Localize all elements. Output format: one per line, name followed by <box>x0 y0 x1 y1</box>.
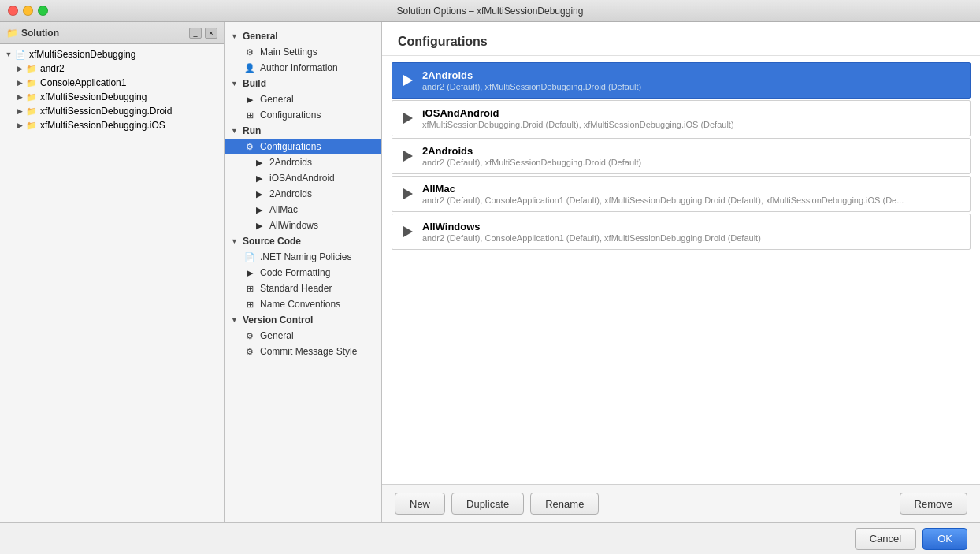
tree-item-xf[interactable]: ▶ 📁 xfMultiSessionDebugging <box>0 90 224 104</box>
config-item-allmac[interactable]: AllMac andr2 (Default), ConsoleApplicati… <box>392 176 971 212</box>
opt-allmac-sub[interactable]: ▶ AllMac <box>225 202 381 218</box>
tree-item-solution[interactable]: ▼ 📄 xfMultiSessionDebugging <box>0 47 224 61</box>
content-footer: New Duplicate Rename Remove <box>382 484 980 522</box>
config-item-allwindows[interactable]: AllWindows andr2 (Default), ConsoleAppli… <box>392 214 971 250</box>
main-container: 📁 Solution _ × ▼ 📄 xfMultiSessionDebuggi… <box>0 22 980 522</box>
footer-left: New Duplicate Rename <box>395 493 900 515</box>
opt-vc-general[interactable]: ⚙ General <box>225 328 381 344</box>
opt-author-label: Author Information <box>260 62 338 73</box>
remove-button[interactable]: Remove <box>900 493 967 515</box>
arrow-icon-allmac: ▶ <box>253 204 265 215</box>
gear-icon-main: ⚙ <box>243 46 256 58</box>
solution-tree: ▼ 📄 xfMultiSessionDebugging ▶ 📁 andr2 ▶ … <box>0 44 224 522</box>
config-item-2androids[interactable]: 2Androids andr2 (Default), xfMultiSessio… <box>392 62 971 99</box>
source-code-arrow-icon: ▼ <box>231 237 239 245</box>
grid-icon-header: ⊞ <box>243 283 256 294</box>
opt-standard-header-label: Standard Header <box>260 283 332 294</box>
panel-close-button[interactable]: × <box>205 28 217 39</box>
minimize-button[interactable] <box>23 6 33 16</box>
title-bar: Solution Options – xfMultiSessionDebuggi… <box>0 0 980 22</box>
config-item-2androids2[interactable]: 2Androids andr2 (Default), xfMultiSessio… <box>392 138 971 174</box>
options-panel: ▼ General ⚙ Main Settings 👤 Author Infor… <box>225 22 980 522</box>
solution-header: 📁 Solution _ × <box>0 22 224 44</box>
opt-commit-message[interactable]: ⚙ Commit Message Style <box>225 344 381 359</box>
opt-code-formatting[interactable]: ▶ Code Formatting <box>225 265 381 281</box>
section-run[interactable]: ▼ Run <box>225 123 381 139</box>
gear-icon-commit: ⚙ <box>243 346 256 357</box>
content-area: Configurations 2Androids andr2 (Default)… <box>382 22 980 522</box>
opt-allwindows-sub[interactable]: ▶ AllWindows <box>225 218 381 233</box>
folder-icon-droid: 📁 <box>25 106 38 117</box>
ok-button[interactable]: OK <box>922 528 967 550</box>
opt-allwindows-sub-label: AllWindows <box>269 220 318 231</box>
opt-standard-header[interactable]: ⊞ Standard Header <box>225 281 381 296</box>
doc-icon-naming: 📄 <box>243 251 256 262</box>
config-info-2androids: 2Androids andr2 (Default), xfMultiSessio… <box>422 69 960 91</box>
section-source-code[interactable]: ▼ Source Code <box>225 233 381 249</box>
opt-build-configurations[interactable]: ⊞ Configurations <box>225 107 381 123</box>
opt-name-conventions[interactable]: ⊞ Name Conventions <box>225 296 381 312</box>
section-build[interactable]: ▼ Build <box>225 76 381 91</box>
opt-dotnet-naming[interactable]: 📄 .NET Naming Policies <box>225 249 381 265</box>
tree-label-droid: xfMultiSessionDebugging.Droid <box>40 106 172 117</box>
play-icon-2androids2 <box>402 150 414 162</box>
tree-arrow-console: ▶ <box>14 77 25 88</box>
folder-icon-ios: 📁 <box>25 120 38 131</box>
content-title: Configurations <box>382 22 980 56</box>
arrow-icon-2and: ▶ <box>253 157 265 168</box>
play-icon-ios <box>402 112 414 125</box>
close-button[interactable] <box>8 6 18 16</box>
opt-iosandandroid-sub[interactable]: ▶ iOSAndAndroid <box>225 170 381 186</box>
opt-main-settings[interactable]: ⚙ Main Settings <box>225 44 381 60</box>
opt-2androids2-sub-label: 2Androids <box>269 188 312 199</box>
tree-item-droid[interactable]: ▶ 📁 xfMultiSessionDebugging.Droid <box>0 104 224 118</box>
rename-button[interactable]: Rename <box>530 493 599 515</box>
arrow-icon-build: ▶ <box>243 94 256 105</box>
solution-panel: 📁 Solution _ × ▼ 📄 xfMultiSessionDebuggi… <box>0 22 225 522</box>
opt-code-formatting-label: Code Formatting <box>260 267 330 278</box>
options-tree: ▼ General ⚙ Main Settings 👤 Author Infor… <box>225 22 382 522</box>
grid-icon-build-config: ⊞ <box>243 110 256 121</box>
opt-main-settings-label: Main Settings <box>260 46 317 58</box>
vc-arrow-icon: ▼ <box>231 316 239 324</box>
new-button[interactable]: New <box>395 493 445 515</box>
opt-build-general[interactable]: ▶ General <box>225 91 381 107</box>
config-name-allmac: AllMac <box>422 183 960 195</box>
section-version-control[interactable]: ▼ Version Control <box>225 312 381 328</box>
window-title: Solution Options – xfMultiSessionDebuggi… <box>397 6 584 17</box>
config-info-2androids2: 2Androids andr2 (Default), xfMultiSessio… <box>422 145 960 167</box>
opt-build-general-label: General <box>260 94 294 105</box>
opt-author-information[interactable]: 👤 Author Information <box>225 60 381 76</box>
play-icon-allmac <box>402 188 414 200</box>
opt-dotnet-naming-label: .NET Naming Policies <box>260 251 351 262</box>
duplicate-button[interactable]: Duplicate <box>451 493 524 515</box>
config-desc-ios: xfMultiSessionDebugging.Droid (Default),… <box>422 120 960 129</box>
solution-icon: 📁 <box>6 28 18 39</box>
opt-commit-message-label: Commit Message Style <box>260 346 357 357</box>
play-icon-2androids <box>402 74 414 87</box>
tree-arrow-xf: ▶ <box>14 91 25 102</box>
opt-2androids2-sub[interactable]: ▶ 2Androids <box>225 186 381 202</box>
opt-2androids-sub[interactable]: ▶ 2Androids <box>225 154 381 170</box>
opt-run-config-label: Configurations <box>260 141 321 152</box>
arrow-icon-ios: ▶ <box>253 173 265 184</box>
tree-item-andr2[interactable]: ▶ 📁 andr2 <box>0 61 224 76</box>
maximize-button[interactable] <box>38 6 48 16</box>
section-general[interactable]: ▼ General <box>225 28 381 44</box>
arrow-icon-2and2: ▶ <box>253 188 265 199</box>
section-general-label: General <box>243 31 278 42</box>
tree-item-ios[interactable]: ▶ 📁 xfMultiSessionDebugging.iOS <box>0 118 224 132</box>
section-vc-label: Version Control <box>243 314 313 325</box>
tree-label-console: ConsoleApplication1 <box>40 77 126 88</box>
opt-run-configurations[interactable]: ⚙ Configurations <box>225 139 381 154</box>
run-arrow-icon: ▼ <box>231 127 239 135</box>
folder-icon-andr2: 📁 <box>25 63 38 74</box>
general-arrow-icon: ▼ <box>231 32 239 40</box>
config-item-iosandandroid[interactable]: iOSAndAndroid xfMultiSessionDebugging.Dr… <box>392 100 971 136</box>
section-build-label: Build <box>243 78 266 89</box>
tree-item-console[interactable]: ▶ 📁 ConsoleApplication1 <box>0 76 224 90</box>
cancel-button[interactable]: Cancel <box>855 528 916 550</box>
panel-pin-button[interactable]: _ <box>189 28 202 39</box>
arrow-icon-format: ▶ <box>243 267 256 278</box>
gear-icon-vc: ⚙ <box>243 330 256 341</box>
